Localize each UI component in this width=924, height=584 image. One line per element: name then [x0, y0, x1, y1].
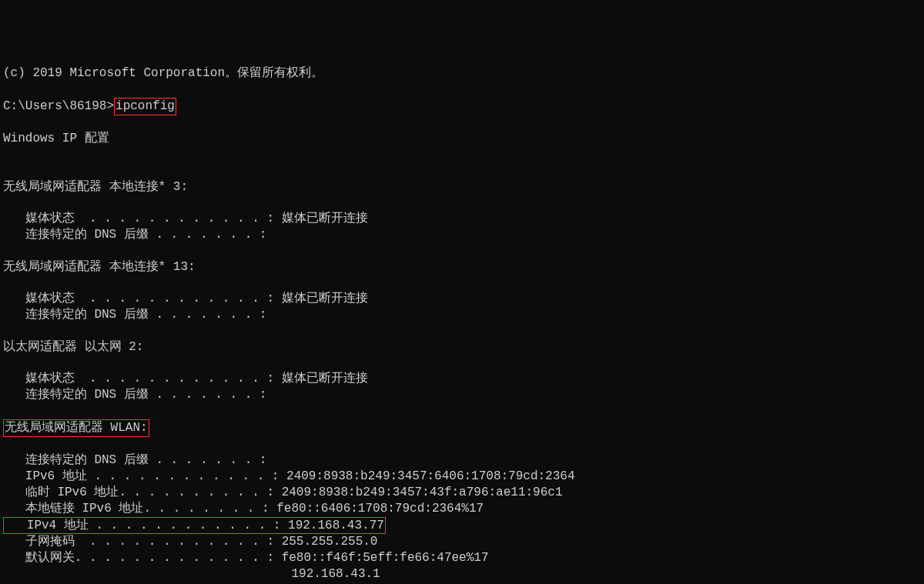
- adapter-title: 以太网适配器 以太网 2:: [3, 339, 921, 355]
- adapter-property: 192.168.43.1: [3, 566, 921, 582]
- adapter-property: 连接特定的 DNS 后缀 . . . . . . . :: [3, 227, 921, 243]
- adapter-property: 连接特定的 DNS 后缀 . . . . . . . :: [3, 387, 921, 403]
- wlan-adapter-highlight: 无线局域网适配器 WLAN:: [3, 419, 149, 437]
- adapter-title: 无线局域网适配器 本地连接* 3:: [3, 179, 921, 195]
- adapter-property: IPv4 地址 . . . . . . . . . . . . : 192.16…: [3, 517, 921, 535]
- adapter-title: 无线局域网适配器 WLAN:: [3, 419, 921, 437]
- blank-line: [3, 323, 921, 339]
- blank-line: [3, 195, 921, 212]
- blank-line: [3, 82, 921, 98]
- terminal-output[interactable]: (c) 2019 Microsoft Corporation。保留所有权利。C:…: [3, 65, 921, 584]
- adapter-property: 连接特定的 DNS 后缀 . . . . . . . :: [3, 452, 921, 469]
- ipv4-highlight: IPv4 地址 . . . . . . . . . . . . : 192.16…: [3, 517, 386, 535]
- adapter-title: 无线局域网适配器 本地连接* 13:: [3, 259, 921, 275]
- adapter-property: 媒体状态 . . . . . . . . . . . . : 媒体已断开连接: [3, 211, 921, 227]
- blank-line: [3, 403, 921, 419]
- prompt-line: C:\Users\86198>ipconfig: [3, 98, 921, 115]
- adapter-property: 子网掩码 . . . . . . . . . . . . : 255.255.2…: [3, 534, 921, 550]
- blank-line: [3, 163, 921, 179]
- ipconfig-header: Windows IP 配置: [3, 131, 921, 147]
- blank-line: [3, 437, 921, 453]
- blank-line: [3, 243, 921, 259]
- copyright-line: (c) 2019 Microsoft Corporation。保留所有权利。: [3, 65, 921, 82]
- adapter-property: 默认网关. . . . . . . . . . . . . : fe80::f4…: [3, 550, 921, 566]
- adapter-property: IPv6 地址 . . . . . . . . . . . . : 2409:8…: [3, 469, 921, 485]
- adapter-property: 媒体状态 . . . . . . . . . . . . : 媒体已断开连接: [3, 371, 921, 387]
- blank-line: [3, 275, 921, 292]
- adapter-property: 临时 IPv6 地址. . . . . . . . . . : 2409:893…: [3, 485, 921, 501]
- blank-line: [3, 355, 921, 372]
- adapter-property: 本地链接 IPv6 地址. . . . . . . . : fe80::6406…: [3, 501, 921, 517]
- blank-line: [3, 147, 921, 163]
- adapter-property: 连接特定的 DNS 后缀 . . . . . . . :: [3, 307, 921, 323]
- adapter-property: 媒体状态 . . . . . . . . . . . . : 媒体已断开连接: [3, 291, 921, 307]
- blank-line: [3, 115, 921, 132]
- command-highlight: ipconfig: [114, 98, 176, 115]
